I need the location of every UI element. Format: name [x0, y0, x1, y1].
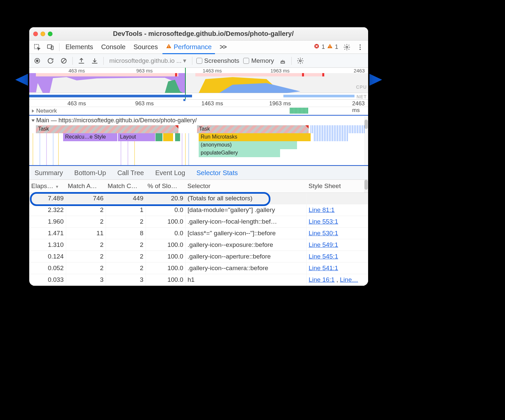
- settings-gear-icon[interactable]: [342, 43, 352, 52]
- cell-match-count: 1: [106, 204, 146, 216]
- issues-status[interactable]: 1 1: [314, 43, 338, 51]
- stylesheet-link[interactable]: Line 530:1: [309, 230, 338, 237]
- tab-event-log[interactable]: Event Log: [154, 167, 186, 179]
- task-bar[interactable]: Task: [36, 125, 178, 133]
- cell-pct-slow: 20.9: [146, 193, 185, 204]
- inspect-element-icon[interactable]: [33, 43, 42, 52]
- device-toolbar-icon[interactable]: [46, 43, 55, 52]
- flamegraph[interactable]: Task Task Recalcu…e Style Layout Run Mic…: [29, 125, 368, 165]
- table-row[interactable]: 0.05222100.0.gallery-icon--camera::befor…: [29, 262, 368, 274]
- tab-console[interactable]: Console: [99, 43, 127, 51]
- ruler-tick: 1463 ms: [203, 68, 222, 73]
- cell-match-attempts: 2: [66, 251, 106, 262]
- stylesheet-link[interactable]: Line 16:1: [309, 276, 335, 283]
- minimize-window-button[interactable]: [41, 32, 45, 36]
- memory-checkbox-input[interactable]: [243, 58, 249, 64]
- zoom-window-button[interactable]: [48, 32, 52, 36]
- scrollbar-thumb[interactable]: [364, 180, 368, 190]
- tab-sources[interactable]: Sources: [132, 43, 160, 51]
- sort-desc-icon: ▼: [55, 184, 59, 189]
- tab-selector-stats[interactable]: Selector Stats: [196, 167, 239, 179]
- chevron-down-icon: ▾: [183, 57, 186, 64]
- tab-elements[interactable]: Elements: [63, 43, 95, 51]
- net-overview: NET: [29, 93, 368, 99]
- cell-elapsed: 7.489: [29, 193, 66, 204]
- svg-point-10: [359, 47, 361, 48]
- clear-icon[interactable]: [59, 56, 68, 65]
- table-row[interactable]: 1.4711180.0[class*=" gallery-icon--"]::b…: [29, 228, 368, 239]
- ruler-tick: 463 ms: [67, 100, 86, 107]
- stylesheet-link[interactable]: Line 553:1: [309, 218, 338, 225]
- error-count: 1: [322, 44, 325, 51]
- cell-match-attempts: 746: [66, 193, 106, 204]
- cell-stylesheet: [307, 193, 368, 204]
- disclosure-triangle-icon[interactable]: [32, 109, 34, 113]
- svg-point-9: [359, 44, 361, 46]
- cell-match-count: 3: [106, 274, 146, 286]
- selector-stats-table-wrap: Elaps… ▼ Match A… Match C… % of Slo… Sel…: [29, 180, 368, 286]
- ruler-tick: 1463 ms: [201, 100, 223, 107]
- cell-stylesheet: Line 16:1 , Line…: [307, 274, 368, 286]
- tab-call-tree[interactable]: Call Tree: [117, 167, 145, 179]
- download-profile-icon[interactable]: [90, 56, 99, 65]
- table-row[interactable]: 2.322210.0[data-module="gallery"] .galle…: [29, 204, 368, 216]
- col-match-count[interactable]: Match C…: [106, 180, 146, 193]
- cell-match-attempts: 11: [66, 228, 106, 239]
- stylesheet-link[interactable]: Line 545:1: [309, 253, 338, 260]
- origin-selector-label: microsoftedge.github.io ...: [109, 57, 182, 64]
- tab-performance-label: Performance: [174, 43, 212, 51]
- network-track[interactable]: Network: [29, 107, 368, 115]
- cell-match-count: 2: [106, 239, 146, 251]
- table-row[interactable]: 7.48974644920.9(Totals for all selectors…: [29, 193, 368, 204]
- thin-markers: [29, 133, 368, 165]
- col-stylesheet[interactable]: Style Sheet: [307, 180, 368, 193]
- error-badge-icon: [314, 43, 320, 51]
- close-window-button[interactable]: [33, 32, 38, 36]
- window-title: DevTools - microsoftedge.github.io/Demos…: [56, 30, 364, 38]
- more-tabs-button[interactable]: >>: [218, 43, 228, 51]
- stylesheet-link[interactable]: Line 549:1: [309, 241, 338, 248]
- tab-bottom-up[interactable]: Bottom-Up: [74, 167, 107, 179]
- overview-timeline[interactable]: 463 ms 963 ms 1463 ms 1963 ms 2463 ms CP…: [29, 68, 368, 100]
- svg-point-8: [346, 46, 348, 48]
- tab-performance[interactable]: Performance: [164, 43, 214, 51]
- col-elapsed[interactable]: Elaps… ▼: [29, 180, 66, 193]
- col-selector[interactable]: Selector: [185, 180, 307, 193]
- divider: [291, 57, 292, 65]
- disclosure-triangle-icon[interactable]: [32, 119, 35, 122]
- tab-summary[interactable]: Summary: [34, 167, 64, 179]
- svg-rect-15: [281, 61, 284, 63]
- kebab-menu-icon[interactable]: [355, 43, 365, 52]
- cell-elapsed: 1.960: [29, 216, 66, 228]
- table-scrollbar[interactable]: [364, 180, 368, 193]
- table-row[interactable]: 1.31022100.0.gallery-icon--exposure::bef…: [29, 239, 368, 251]
- cell-elapsed: 0.124: [29, 251, 66, 262]
- stylesheet-link[interactable]: Line 81:1: [309, 206, 335, 213]
- scrollbar-thumb[interactable]: [364, 120, 368, 129]
- task-bar[interactable]: Task: [197, 125, 309, 133]
- stylesheet-link[interactable]: Line 541:1: [309, 264, 338, 271]
- capture-settings-gear-icon[interactable]: [296, 56, 305, 65]
- detail-ruler: 463 ms 963 ms 1463 ms 1963 ms 2463 ms: [29, 100, 368, 107]
- origin-selector[interactable]: microsoftedge.github.io ... ▾: [108, 56, 188, 65]
- cell-pct-slow: 100.0: [146, 262, 185, 274]
- reload-record-icon[interactable]: [46, 56, 55, 65]
- screenshots-checkbox-input[interactable]: [196, 58, 202, 64]
- col-pct-slow[interactable]: % of Slo…: [146, 180, 185, 193]
- main-thread-header[interactable]: Main — https://microsoftedge.github.io/D…: [29, 116, 368, 125]
- table-row[interactable]: 0.12422100.0.gallery-icon--aperture::bef…: [29, 251, 368, 262]
- collect-garbage-icon[interactable]: [278, 56, 287, 65]
- cell-stylesheet: Line 530:1: [307, 228, 368, 239]
- selector-stats-table: Elaps… ▼ Match A… Match C… % of Slo… Sel…: [29, 180, 368, 286]
- flamegraph-scrollbar[interactable]: [364, 116, 368, 165]
- record-button-icon[interactable]: [33, 56, 42, 65]
- main-thread-track[interactable]: Main — https://microsoftedge.github.io/D…: [29, 115, 368, 166]
- col-match-attempts[interactable]: Match A…: [66, 180, 106, 193]
- upload-profile-icon[interactable]: [77, 56, 86, 65]
- cell-elapsed: 0.052: [29, 262, 66, 274]
- memory-checkbox[interactable]: Memory: [243, 57, 274, 64]
- screenshots-checkbox[interactable]: Screenshots: [196, 57, 240, 64]
- table-row[interactable]: 0.03333100.0h1Line 16:1 , Line…: [29, 274, 368, 286]
- table-row[interactable]: 1.96022100.0.gallery-icon--focal-length:…: [29, 216, 368, 228]
- stylesheet-link[interactable]: Line…: [340, 276, 358, 283]
